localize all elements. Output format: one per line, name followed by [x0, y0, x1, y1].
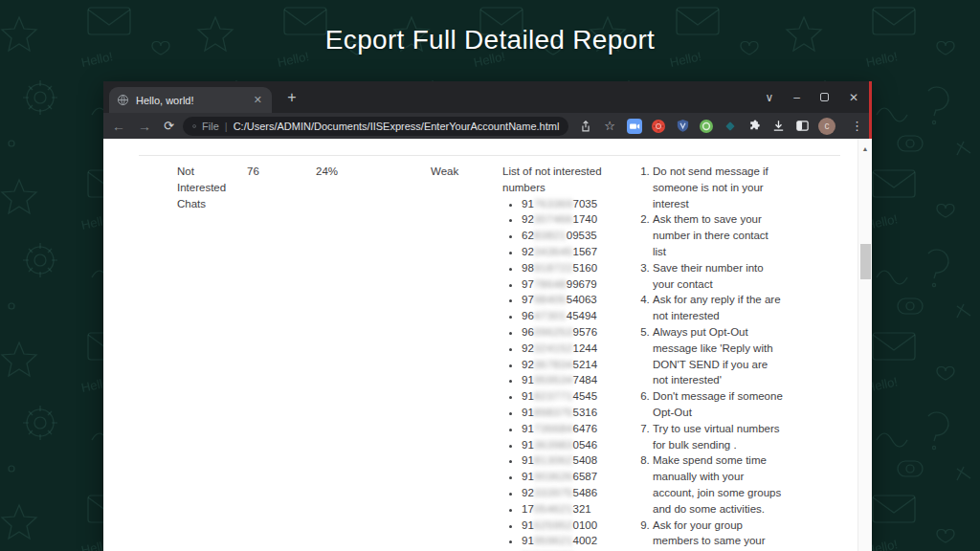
globe-favicon-icon — [117, 94, 129, 106]
tab-close-icon[interactable]: ✕ — [252, 94, 264, 106]
redacted-digits: 096253 — [534, 326, 573, 338]
redacted-digits: 959534 — [534, 374, 573, 386]
window-close-button[interactable]: ✕ — [849, 91, 858, 104]
browser-toolbar: ← → ⟳ File | C:/Users/ADMIN/Documents/II… — [103, 113, 872, 139]
url-text: C:/Users/ADMIN/Documents/IISExpress/Ente… — [234, 121, 560, 132]
redacted-digits: 47301 — [534, 310, 567, 321]
omnibox-actions: ☆ — [579, 119, 615, 133]
redacted-digits: 736684 — [534, 423, 573, 434]
phone-number-item: 919036266587 — [522, 469, 617, 485]
teal-extension-icon[interactable] — [723, 119, 738, 134]
forward-icon[interactable]: → — [138, 120, 151, 133]
numbers-list-title: List of not interested numbers — [502, 164, 617, 196]
redacted-digits: 333975 — [534, 487, 573, 498]
redacted-digits: 054621 — [534, 503, 573, 515]
phone-number-item: 916259520100 — [522, 518, 617, 534]
phone-number-item: 923241521244 — [522, 341, 617, 357]
tip-item: Ask them to save your number in there co… — [653, 211, 785, 259]
browser-tab[interactable]: Hello, world! ✕ — [109, 87, 272, 113]
tips-column: Do not send message if someone is not in… — [639, 164, 785, 549]
bookmark-star-icon[interactable]: ☆ — [604, 119, 615, 133]
redacted-digits: 813062 — [534, 454, 573, 466]
redacted-digits: 959621 — [534, 535, 573, 546]
phone-number-item: 919596214002 — [522, 533, 617, 549]
row-strength: Weak — [431, 164, 458, 180]
reload-icon[interactable]: ⟳ — [164, 120, 174, 132]
page-title: Ecport Full Detailed Report — [0, 25, 980, 55]
address-bar[interactable]: File | C:/Users/ADMIN/Documents/IISExpre… — [183, 117, 568, 136]
minimize-button[interactable]: – — [793, 91, 800, 104]
info-icon — [192, 121, 196, 132]
tab-strip: Hello, world! ✕ + ∨ – ✕ — [103, 81, 872, 113]
redacted-digits: 83821 — [534, 230, 567, 241]
shield-extension-icon[interactable] — [675, 119, 690, 134]
green-extension-icon[interactable] — [699, 119, 714, 134]
redacted-digits: 324152 — [534, 342, 573, 354]
tip-item: Save their number into your contact — [653, 260, 785, 293]
side-panel-icon[interactable] — [794, 119, 810, 134]
row-count: 76 — [247, 164, 259, 180]
tip-item: Always put Opt-Out message like 'Reply w… — [653, 324, 785, 388]
redacted-digits: 367834 — [534, 359, 573, 370]
tip-item: Do not send message if someone is not in… — [653, 164, 785, 211]
phone-number-item: 960962539576 — [522, 324, 617, 341]
phone-number-item: 923436451567 — [522, 244, 617, 260]
browser-window: Hello, world! ✕ + ∨ – ✕ ← → ⟳ File | C:/… — [103, 81, 872, 551]
redacted-digits: 903626 — [534, 471, 573, 482]
row-label: Not Interested Chats — [177, 164, 238, 211]
phone-number-item: 919595347484 — [522, 372, 617, 388]
phone-number-item: 918130625408 — [522, 452, 617, 469]
page-scrollbar[interactable]: ▲ — [858, 139, 872, 551]
url-scheme-label: File — [202, 121, 219, 132]
phone-number-item: 977864899679 — [522, 276, 617, 293]
red-extension-icon[interactable] — [651, 119, 666, 134]
extensions-puzzle-icon[interactable] — [746, 119, 762, 134]
phone-number-item: 17054621321 — [522, 501, 617, 518]
redacted-digits: 98405 — [534, 294, 567, 305]
phone-number-item: 628382109535 — [522, 228, 617, 244]
redacted-digits: 625952 — [534, 519, 573, 531]
row-percent: 24% — [316, 164, 338, 180]
screen-capture-extension-icon[interactable] — [627, 119, 642, 134]
scrollbar-up-arrow-icon[interactable]: ▲ — [858, 142, 872, 158]
phone-number-item: 923339755486 — [522, 485, 617, 501]
phone-number-item: 964730145494 — [522, 308, 617, 324]
chevron-down-icon[interactable]: ∨ — [765, 91, 773, 104]
phone-number-item: 989187225160 — [522, 260, 617, 276]
redacted-digits: 823771 — [534, 390, 573, 402]
phone-number-item: 917366846476 — [522, 421, 617, 437]
tip-item: Make spend some time manually with your … — [653, 452, 785, 517]
share-icon[interactable] — [579, 120, 592, 133]
download-icon[interactable] — [770, 119, 786, 134]
scrollbar-thumb[interactable] — [860, 244, 871, 279]
redacted-digits: 307466 — [534, 213, 573, 225]
tip-item: Ask for your group members to same your — [653, 518, 785, 550]
maximize-button[interactable] — [820, 93, 829, 101]
window-controls: ∨ – ✕ — [765, 81, 858, 113]
recording-edge-strip — [869, 81, 872, 139]
extensions-row: c ⋮ — [627, 118, 863, 135]
redacted-digits: 343645 — [534, 246, 573, 257]
url-divider: | — [225, 121, 228, 132]
phone-number-item: 918237714545 — [522, 388, 617, 405]
tip-item: Ask for any reply if the are not interes… — [653, 292, 785, 324]
redacted-digits: 898375 — [534, 407, 573, 418]
back-icon[interactable]: ← — [112, 120, 125, 133]
phone-number-item: 923074661740 — [522, 211, 617, 228]
not-interested-numbers-list: 917633697035 923074661740 628382109535 9… — [502, 196, 617, 551]
tip-item: Don't message if someone Opt-Out — [653, 388, 785, 421]
phone-number-item: 917633697035 — [522, 196, 617, 212]
phone-number-item: 913639830546 — [522, 437, 617, 453]
phone-number-item: 923678345214 — [522, 357, 617, 373]
numbers-column: List of not interested numbers 917633697… — [502, 164, 617, 551]
redacted-digits: 78648 — [534, 278, 567, 290]
webpage-viewport: Not Interested Chats 76 24% Weak List of… — [103, 139, 872, 551]
table-row-border — [139, 155, 840, 156]
profile-avatar[interactable]: c — [818, 118, 835, 135]
browser-menu-icon[interactable]: ⋮ — [851, 119, 863, 133]
tab-title: Hello, world! — [136, 95, 245, 106]
redacted-digits: 363983 — [534, 439, 573, 451]
new-tab-button[interactable]: + — [281, 89, 302, 106]
phone-number-item: 918983755316 — [522, 405, 617, 421]
redacted-digits: 763369 — [534, 198, 573, 209]
